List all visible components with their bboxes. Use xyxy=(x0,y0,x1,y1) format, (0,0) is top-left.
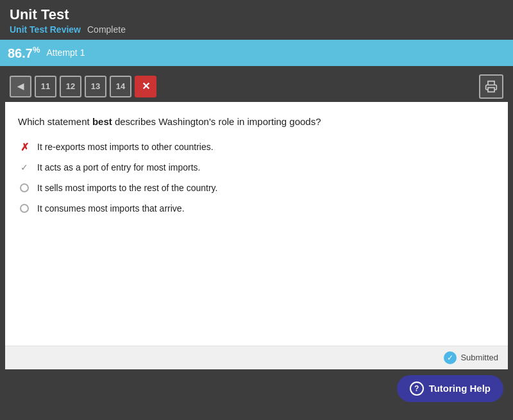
answer-icon-1: ✗ xyxy=(18,140,31,153)
tutoring-label: Tutoring Help xyxy=(429,383,491,394)
circle-icon-3 xyxy=(20,183,29,192)
page-14-button[interactable]: 14 xyxy=(110,76,131,97)
answer-text-1: It re-exports most imports to other coun… xyxy=(37,142,214,152)
attempt-label: Attempt 1 xyxy=(47,47,85,58)
complete-label: Complete xyxy=(87,24,126,35)
bottom-bar: ? Tutoring Help xyxy=(0,369,513,408)
question-text: Which statement best describes Washingto… xyxy=(18,115,495,130)
circle-icon-4 xyxy=(20,204,29,213)
subtitle-row: Unit Test Review Complete xyxy=(10,24,503,35)
answer-icon-3 xyxy=(18,181,31,194)
page-header: Unit Test Unit Test Review Complete xyxy=(0,0,513,35)
answer-text-3: It sells most imports to the rest of the… xyxy=(37,183,217,193)
check-icon: ✓ xyxy=(21,162,28,172)
tutoring-help-button[interactable]: ? Tutoring Help xyxy=(397,375,503,402)
footer-area: ✓ Submitted xyxy=(5,346,508,369)
answer-icon-2: ✓ xyxy=(18,161,31,174)
answer-option-2: ✓ It acts as a port of entry for most im… xyxy=(18,161,495,174)
svg-rect-0 xyxy=(488,87,494,92)
close-button[interactable]: ✕ xyxy=(135,76,156,97)
content-area: Which statement best describes Washingto… xyxy=(5,102,508,346)
print-button[interactable] xyxy=(479,74,503,99)
submitted-check-icon: ✓ xyxy=(444,351,457,364)
answer-option-3: It sells most imports to the rest of the… xyxy=(18,181,495,194)
back-button[interactable]: ◀ xyxy=(10,76,31,97)
page-11-button[interactable]: 11 xyxy=(35,76,56,97)
answer-text-4: It consumes most imports that arrive. xyxy=(37,203,185,214)
page-title: Unit Test xyxy=(10,6,503,23)
submitted-label: Submitted xyxy=(460,353,498,362)
test-review-label: Unit Test Review xyxy=(10,24,81,35)
score-value: 86.7% xyxy=(8,45,40,61)
answer-icon-4 xyxy=(18,202,31,215)
tutoring-icon: ? xyxy=(410,382,424,396)
answer-text-2: It acts as a port of entry for most impo… xyxy=(37,162,200,172)
answer-option-1: ✗ It re-exports most imports to other co… xyxy=(18,140,495,153)
page-12-button[interactable]: 12 xyxy=(60,76,81,97)
navigation-row: ◀ 11 12 13 14 ✕ xyxy=(0,71,513,102)
score-bar: 86.7% Attempt 1 xyxy=(0,40,513,66)
x-icon: ✗ xyxy=(21,141,29,153)
answer-option-4: It consumes most imports that arrive. xyxy=(18,202,495,215)
page-13-button[interactable]: 13 xyxy=(85,76,106,97)
print-icon xyxy=(485,80,498,93)
